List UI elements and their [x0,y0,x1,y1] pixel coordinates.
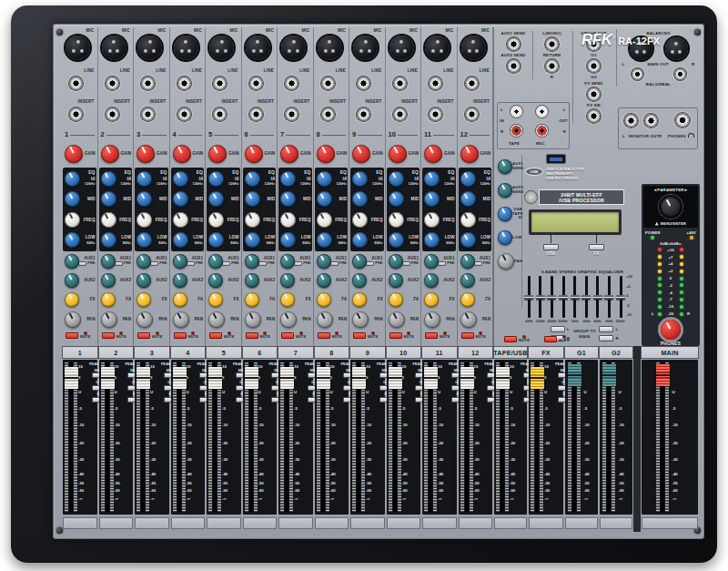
eq-low-knob[interactable] [280,232,296,248]
aux1-knob[interactable] [65,254,79,269]
eq-freq-knob[interactable] [136,212,152,228]
fx-knob[interactable] [352,292,367,307]
aux2-knob[interactable] [173,273,187,288]
aux1-knob[interactable] [173,254,187,269]
eq-hi-knob[interactable] [173,171,188,187]
fader-cap[interactable] [460,367,474,389]
eq-hi-knob[interactable] [460,171,476,187]
aux1-knob[interactable] [208,254,223,269]
gain-knob[interactable] [245,145,263,163]
aux1-knob[interactable] [389,254,403,269]
fader-track[interactable] [656,362,670,512]
gain-knob[interactable] [352,145,370,163]
fader-cap[interactable] [173,367,187,389]
eq-mid-knob[interactable] [173,191,188,207]
gain-knob[interactable] [208,145,227,163]
fader-track[interactable] [602,362,616,512]
fx-knob[interactable] [136,292,151,307]
fader-cap[interactable] [317,367,330,389]
eq-freq-knob[interactable] [389,212,404,228]
fx-knob[interactable] [101,292,116,307]
pan-knob[interactable] [208,311,225,328]
gain-knob[interactable] [280,145,298,163]
pre-button[interactable] [258,261,267,266]
fx-knob[interactable] [65,292,79,307]
mute-button[interactable] [425,332,438,339]
eq-low-knob[interactable] [208,232,224,248]
geq-band-slider[interactable] [571,295,580,300]
eq-low-knob[interactable] [317,232,332,248]
tape-pan-knob[interactable] [498,253,514,270]
fader-cap[interactable] [424,367,438,389]
mute-button[interactable] [461,332,474,339]
aux1-knob[interactable] [352,254,367,269]
eq-low-knob[interactable] [389,232,404,248]
mute-button[interactable] [389,332,402,339]
pre-button[interactable] [294,261,302,266]
mute-button[interactable] [209,332,222,339]
eq-mid-knob[interactable] [208,191,224,207]
geq-band-slider[interactable] [547,295,556,300]
eq-freq-knob[interactable] [245,212,260,228]
pan-knob[interactable] [173,311,189,328]
eq-low-knob[interactable] [101,232,116,248]
eq-mid-knob[interactable] [424,191,440,207]
eq-hi-knob[interactable] [136,171,152,187]
fx-knob[interactable] [317,292,331,307]
eq-hi-knob[interactable] [65,171,80,187]
aux2-knob[interactable] [208,273,223,288]
gain-knob[interactable] [101,145,119,163]
gain-knob[interactable] [173,145,191,163]
eq-freq-knob[interactable] [65,212,80,228]
fader-cap[interactable] [602,364,616,386]
fader-track[interactable] [208,362,221,512]
pre-button[interactable] [187,261,195,266]
eq-mid-knob[interactable] [65,191,80,207]
eq-freq-knob[interactable] [317,212,332,228]
fader-track[interactable] [245,362,258,512]
eq-freq-knob[interactable] [460,212,476,228]
pre-button[interactable] [438,261,446,266]
pre-button[interactable] [78,261,86,266]
tape-eq-low-knob[interactable] [498,230,512,245]
fader-cap[interactable] [568,364,581,386]
pan-knob[interactable] [317,311,333,328]
fader-track[interactable] [317,362,329,512]
pan-knob[interactable] [389,311,405,328]
geq-band-slider[interactable] [593,295,602,300]
pan-knob[interactable] [280,311,297,328]
pre-button[interactable] [150,261,158,266]
eq-freq-knob[interactable] [352,212,368,228]
gain-knob[interactable] [65,145,83,163]
fx-knob[interactable] [173,292,187,307]
aux2-knob[interactable] [460,273,475,288]
eq-freq-knob[interactable] [208,212,224,228]
fx-knob[interactable] [245,292,259,307]
eq-freq-knob[interactable] [101,212,116,228]
pan-knob[interactable] [65,311,81,328]
eq-freq-knob[interactable] [424,212,440,228]
aux1-knob[interactable] [245,254,259,269]
pan-knob[interactable] [460,311,477,328]
fx-mute-button[interactable] [544,336,557,342]
gain-knob[interactable] [460,145,479,163]
fader-track[interactable] [424,362,437,512]
pre-button[interactable] [474,261,482,266]
fx-knob[interactable] [208,292,223,307]
eq-hi-knob[interactable] [424,171,440,187]
g2-to-main-l-button[interactable] [599,326,613,332]
fader-cap[interactable] [101,367,115,389]
eq-low-knob[interactable] [136,232,152,248]
mute-button[interactable] [246,332,258,339]
aux2-knob[interactable] [424,273,439,288]
pre-button[interactable] [115,261,123,266]
pan-knob[interactable] [424,311,440,328]
eq-low-knob[interactable] [173,232,188,248]
fader-cap[interactable] [531,367,544,389]
eq-low-knob[interactable] [352,232,368,248]
fader-track[interactable] [389,362,401,512]
eq-hi-knob[interactable] [208,171,224,187]
aux2-knob[interactable] [245,273,259,288]
fader-track[interactable] [173,362,186,512]
phones-level-knob[interactable] [661,320,681,340]
